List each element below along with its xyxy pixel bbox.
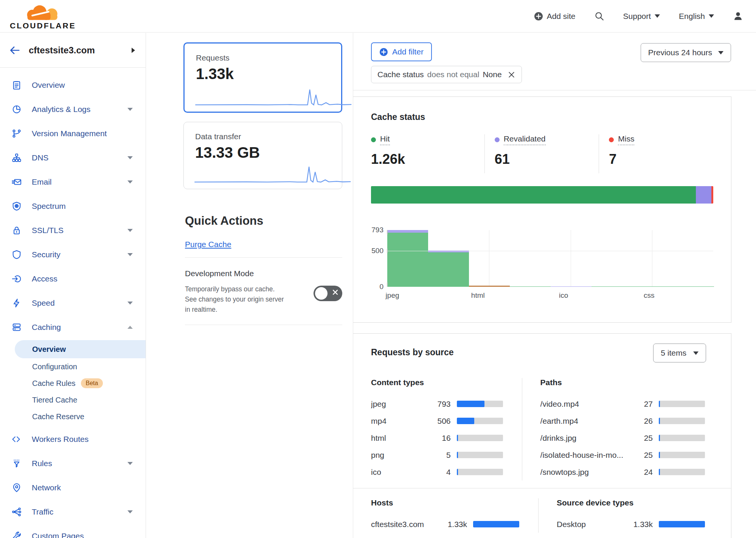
sidebar-subitem-cache-reserve[interactable]: Cache Reserve [15,408,146,425]
funnel-icon [11,458,22,469]
row-value: 27 [623,400,653,409]
sidebar-item-analytics-logs[interactable]: Analytics & Logs [0,97,146,121]
time-range-dropdown[interactable]: Previous 24 hours [641,43,731,62]
row-label: png [371,451,421,460]
sidebar-item-custom-pages[interactable]: Custom Pages [0,524,146,538]
divider [353,90,756,90]
row-value: 24 [623,468,653,477]
sidebar-item-label: Rules [32,459,52,468]
sidebar-subitem-cache-rules[interactable]: Cache RulesBeta [15,375,146,392]
content-types-section: Content types jpeg793mp4506html16png5ico… [371,378,503,480]
row-bar [659,452,705,458]
sidebar-subitem-overview[interactable]: Overview [15,340,146,358]
sidebar-item-email[interactable]: Email [0,170,146,194]
sidebar-item-spectrum[interactable]: Spectrum [0,194,146,218]
development-mode-toggle[interactable] [314,286,342,301]
sidebar-item-caching[interactable]: Caching [0,315,146,339]
sidebar-item-traffic[interactable]: Traffic [0,500,146,524]
cache-status-stacked-bar [371,186,713,204]
search-icon[interactable] [595,11,604,21]
filter-operator: does not equal [427,70,480,79]
legend-label[interactable]: Hit [380,134,390,145]
sidebar-item-rules[interactable]: Rules [0,451,146,476]
sidebar-item-security[interactable]: Security [0,243,146,267]
sidebar-item-label: Analytics & Logs [32,105,90,114]
row-bar [659,435,705,441]
data-transfer-card[interactable]: Data transfer 13.33 GB [183,122,342,189]
row-value: 1.33k [438,520,467,529]
sidebar-item-workers-routes[interactable]: Workers Routes [0,427,146,451]
row-bar-fill [457,401,484,407]
sidebar-subitem-label: Cache Reserve [32,412,84,421]
back-arrow-icon[interactable] [9,45,20,56]
row-value: 16 [421,434,451,443]
add-filter-button[interactable]: Add filter [371,42,432,61]
row-bar [457,401,503,407]
row-label: /isolated-house-in-mo... [540,451,623,460]
table-row: Desktop1.33k [557,516,705,533]
y-axis-tick [387,230,388,235]
chart-x-axis-labels: jpeghtmlicocss [371,291,713,300]
chevron-right-icon[interactable] [132,48,135,53]
sidebar-item-speed[interactable]: Speed [0,291,146,315]
requests-card-value: 1.33k [196,65,330,82]
row-bar-fill [457,469,458,475]
time-range-label: Previous 24 hours [648,48,712,57]
row-bar-fill [659,469,660,475]
legend-label[interactable]: Miss [618,134,634,145]
legend-label[interactable]: Revalidated [504,134,546,145]
row-value: 506 [421,417,451,426]
row-value: 25 [623,434,653,443]
row-bar-fill [659,401,660,407]
top-header: CLOUDFLARE Add site Support English [0,0,756,33]
language-menu[interactable]: English [679,12,714,21]
toggle-off-x-icon [332,289,338,295]
cloudflare-logo: CLOUDFLARE [10,2,76,30]
row-value: 793 [421,400,451,409]
sidebar-subitem-tiered-cache[interactable]: Tiered Cache [15,392,146,408]
user-icon[interactable] [733,11,743,21]
add-filter-label: Add filter [392,47,424,56]
requests-by-source-card: Requests by source 5 items Content types… [353,333,731,538]
legend-hit: Hit1.26k [371,134,484,173]
chevron-down-icon [655,14,660,18]
row-label: ico [371,468,421,477]
support-menu[interactable]: Support [623,12,660,21]
table-row: mp4506 [371,412,503,429]
row-label: cftestsite3.com [371,520,438,529]
chevron-down-icon [127,229,133,232]
table-row: jpeg793 [371,395,503,412]
row-bar [457,469,503,475]
cache-status-card: Cache status Hit1.26kRevalidated61Miss7 … [353,96,731,323]
table-row: png5 [371,446,503,463]
row-bar [659,418,705,424]
row-bar [659,521,705,527]
remove-filter-button[interactable] [508,71,515,79]
chevron-down-icon [127,253,133,256]
add-site-button[interactable]: Add site [534,12,576,21]
bar-segment-hit [428,252,469,287]
sidebar-item-network[interactable]: Network [0,476,146,500]
sidebar-item-dns[interactable]: DNS [0,146,146,170]
sidebar-item-label: SSL/TLS [32,226,64,235]
chevron-down-icon [127,302,133,305]
filter-chip[interactable]: Cache status does not equal None [371,66,522,83]
requests-card[interactable]: Requests 1.33k [183,42,342,113]
beta-badge: Beta [81,378,103,388]
chart-plot-area: 0500793 [387,230,713,287]
sidebar-item-version-management[interactable]: Version Management [0,121,146,146]
data-transfer-sparkline [194,162,352,184]
table-row: ico4 [371,463,503,480]
sidebar-subitem-label: Tiered Cache [32,396,77,404]
items-count-dropdown[interactable]: 5 items [653,344,706,362]
sidebar-item-access[interactable]: Access [0,267,146,291]
y-axis-tick-label: 793 [366,226,383,234]
sidebar-subitem-configuration[interactable]: Configuration [15,358,146,375]
purge-cache-link[interactable]: Purge Cache [185,240,231,249]
bar-segment-hit [387,233,428,287]
sidebar-item-ssl-tls[interactable]: SSL/TLS [0,218,146,243]
sidebar-item-overview[interactable]: Overview [0,73,146,97]
row-bar-fill [659,521,705,527]
sidebar-item-label: Workers Routes [32,435,88,444]
row-bar [473,521,519,527]
